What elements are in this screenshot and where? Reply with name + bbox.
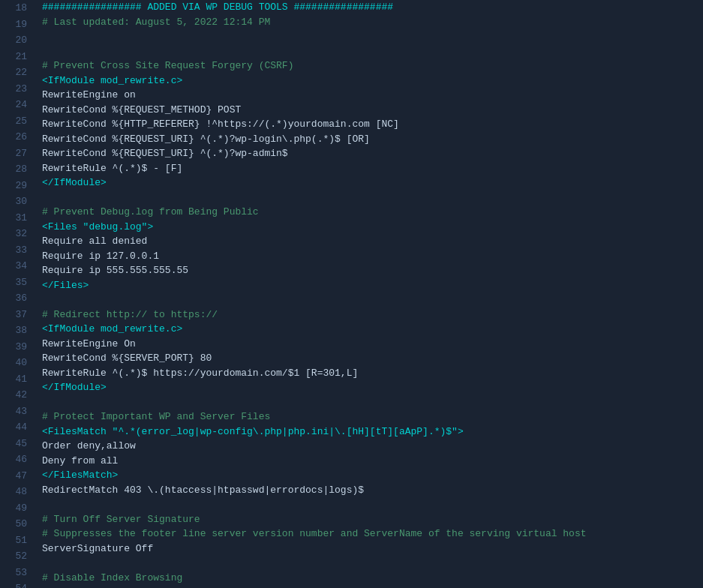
line-number: 45 [0, 436, 36, 452]
code-line: # Options All -Indexes may cause Interna… [42, 585, 703, 588]
line-number: 18 [0, 0, 36, 16]
code-line: # Prevent Cross Site Request Forgery (CS… [42, 58, 703, 74]
line-number: 36 [0, 290, 36, 307]
code-line: Require ip 555.555.555.55 [42, 263, 703, 278]
code-line: RewriteCond %{REQUEST_URI} ^(.*)?wp-admi… [42, 146, 703, 161]
code-line: Require ip 127.0.0.1 [42, 249, 703, 264]
code-line: # Protect Important WP and Server Files [42, 410, 703, 424]
line-number: 19 [0, 16, 36, 33]
code-line: RewriteRule ^(.*)$ - [F] [42, 161, 703, 176]
code-line: RewriteCond %{SERVER_PORT} 80 [42, 351, 703, 366]
line-number: 39 [0, 339, 36, 356]
code-line: </IfModule> [42, 380, 703, 395]
line-number: 54 [0, 580, 36, 588]
code-line: ################# ADDED VIA WP DEBUG TOO… [42, 0, 703, 15]
line-number: 53 [0, 565, 36, 581]
line-number: 49 [0, 500, 36, 517]
code-line: # Turn Off Server Signature [42, 512, 703, 527]
line-number: 27 [0, 146, 36, 162]
line-number: 48 [0, 484, 36, 500]
code-line: RewriteCond %{REQUEST_METHOD} POST [42, 103, 703, 118]
code-line: # Redirect http:// to https:// [42, 308, 703, 322]
code-line: <IfModule mod_rewrite.c> [42, 74, 703, 88]
line-number: 52 [0, 548, 36, 565]
line-number: 21 [0, 49, 36, 65]
code-line: # Disable Index Browsing [42, 571, 703, 586]
code-line: RewriteCond %{REQUEST_URI} ^(.*)?wp-logi… [42, 132, 703, 147]
code-line: RedirectMatch 403 \.(htaccess|htpasswd|e… [42, 483, 703, 498]
code-line: Deny from all [42, 454, 703, 469]
line-number: 47 [0, 468, 36, 484]
code-line: # Suppresses the footer line server vers… [42, 526, 703, 542]
line-number: 34 [0, 258, 36, 274]
code-line: RewriteEngine On [42, 337, 703, 352]
line-number: 35 [0, 274, 36, 291]
line-number: 46 [0, 452, 36, 468]
code-line: # Prevent Debug.log from Being Public [42, 205, 703, 220]
line-number: 31 [0, 210, 36, 226]
line-number: 24 [0, 97, 36, 113]
line-number: 32 [0, 226, 36, 242]
line-number: 50 [0, 516, 36, 532]
code-line: </FilesMatch> [42, 468, 703, 483]
line-number: 30 [0, 194, 36, 210]
code-line [42, 190, 703, 206]
code-line: <FilesMatch "^.*(error_log|wp-config\.ph… [42, 424, 703, 440]
code-line [42, 497, 703, 512]
line-number: 23 [0, 81, 36, 98]
code-line [42, 44, 703, 59]
line-number: 33 [0, 242, 36, 259]
line-number: 28 [0, 161, 36, 178]
line-number: 41 [0, 371, 36, 388]
line-number: 43 [0, 404, 36, 420]
code-line [42, 29, 703, 44]
line-number: 25 [0, 113, 36, 130]
code-line: </Files> [42, 278, 703, 293]
code-line: RewriteCond %{HTTP_REFERER} !^https://(.… [42, 117, 703, 132]
line-number: 42 [0, 387, 36, 404]
line-number: 20 [0, 32, 36, 49]
code-line: <IfModule mod_rewrite.c> [42, 322, 703, 337]
code-content[interactable]: ################# ADDED VIA WP DEBUG TOO… [36, 0, 703, 588]
line-number: 51 [0, 532, 36, 549]
code-line: <Files "debug.log"> [42, 220, 703, 235]
code-line: RewriteEngine on [42, 88, 703, 103]
line-number: 22 [0, 64, 36, 81]
code-line: ServerSignature Off [42, 542, 703, 556]
code-line: </IfModule> [42, 176, 703, 190]
line-number: 40 [0, 355, 36, 371]
code-line [42, 292, 703, 308]
code-line: Order deny,allow [42, 439, 703, 454]
code-line: # Last updated: August 5, 2022 12:14 PM [42, 15, 703, 30]
code-line [42, 395, 703, 410]
line-number: 37 [0, 307, 36, 323]
line-number: 29 [0, 178, 36, 194]
code-line [42, 556, 703, 571]
line-number: 26 [0, 129, 36, 146]
code-line: RewriteRule ^(.*)$ https://yourdomain.co… [42, 366, 703, 381]
line-number: 38 [0, 322, 36, 339]
line-number: 44 [0, 419, 36, 436]
code-line: Require all denied [42, 234, 703, 249]
code-editor: 1819202122232425262728293031323334353637… [0, 0, 703, 588]
line-number-column: 1819202122232425262728293031323334353637… [0, 0, 36, 588]
